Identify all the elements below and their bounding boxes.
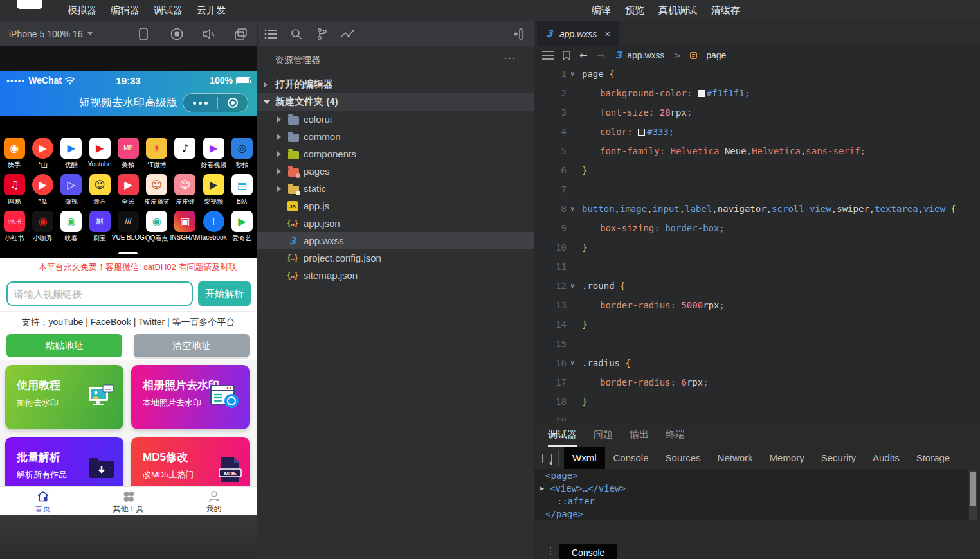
menu-item-清缓存[interactable]: 清缓存 [711, 4, 740, 17]
app-shortcut[interactable]: ▷微视 [57, 174, 86, 205]
fold-chevron-icon[interactable]: ∨ [570, 64, 574, 84]
back-icon[interactable]: ← [579, 49, 588, 61]
parse-button[interactable]: 开始解析 [198, 281, 251, 306]
app-shortcut[interactable]: ▶全民 [114, 174, 142, 205]
drag-handle-icon[interactable]: ⋮ [546, 546, 555, 556]
wxml-tree[interactable]: <page>▶<view>…</view>::after</page> [534, 469, 968, 520]
app-shortcut[interactable]: ///VUE BLOG [114, 211, 142, 242]
menu-item-云开发[interactable]: 云开发 [197, 4, 226, 17]
fold-chevron-icon[interactable]: ∨ [570, 276, 574, 296]
app-shortcut[interactable]: ▶梨视频 [199, 174, 228, 205]
expand-arrow-icon[interactable] [277, 168, 281, 175]
menu-item-预览[interactable]: 预览 [625, 4, 644, 17]
app-shortcut[interactable]: ▶好看视频 [199, 138, 228, 168]
code-line-3[interactable]: 3font-size: 28rpx; [534, 103, 980, 122]
code-line-17[interactable]: 17border-radius: 6rpx; [534, 373, 980, 392]
close-icon[interactable]: × [604, 28, 610, 39]
tree-item-sitemap.json[interactable]: {..}sitemap.json [257, 267, 534, 284]
code-line-9[interactable]: 9box-sizing: border-box; [534, 218, 980, 238]
debugger-tab-输出[interactable]: 输出 [630, 429, 649, 441]
code-line-6[interactable]: 6} [534, 161, 980, 180]
devtools-tab-console[interactable]: Console [605, 447, 657, 469]
app-shortcut[interactable]: ☺皮皮搞笑 [142, 174, 170, 205]
app-shortcut[interactable]: ▶优酷 [57, 138, 86, 168]
app-shortcut[interactable]: ▣INSGRAM [171, 211, 199, 242]
app-shortcut[interactable]: MP美拍 [114, 138, 142, 168]
expand-arrow-icon[interactable]: ▶ [540, 482, 544, 495]
code-line-16[interactable]: 16∨.radius { [534, 353, 980, 373]
tree-item-app.js[interactable]: JSapp.js [257, 197, 534, 215]
wxml-node[interactable]: ▶<view>…</view> [534, 482, 968, 495]
tree-item-components[interactable]: components [257, 145, 534, 163]
record-icon[interactable] [168, 26, 185, 42]
app-shortcut[interactable]: ◎秒拍 [228, 138, 256, 168]
code-line-4[interactable]: 4color: #333; [534, 122, 980, 141]
tree-item-common[interactable]: common [257, 128, 534, 145]
app-shortcut[interactable]: ☀*T微博 [142, 138, 170, 168]
code-line-10[interactable]: 10} [534, 238, 980, 257]
code-line-13[interactable]: 13border-radius: 5000rpx; [534, 296, 980, 315]
feature-card-md5[interactable]: MD5修改改MD5上热门MD5 [131, 437, 250, 486]
wxml-node[interactable]: </page> [534, 508, 968, 520]
devtools-tab-audits[interactable]: Audits [864, 447, 908, 469]
outline-icon[interactable] [542, 51, 554, 60]
multi-window-icon[interactable] [233, 26, 250, 42]
devtools-tab-wxml[interactable]: Wxml [564, 447, 605, 469]
feature-card-batch[interactable]: 批量解析解析所有作品 [5, 437, 123, 486]
code-line-2[interactable]: 2background-color: #f1f1f1; [534, 84, 980, 103]
close-target-icon[interactable] [228, 98, 238, 108]
tab-app-wxss[interactable]: 3 app.wxss × [537, 21, 619, 46]
mute-icon[interactable] [201, 26, 217, 42]
code-line-11[interactable]: 11 [534, 257, 980, 276]
expand-arrow-icon[interactable] [277, 186, 281, 192]
tree-item-pages[interactable]: pages [257, 163, 534, 180]
code-line-19[interactable]: 19 [534, 411, 980, 421]
capsule-menu[interactable] [183, 93, 248, 112]
fold-chevron-icon[interactable]: ∨ [570, 199, 574, 218]
app-shortcut[interactable]: ▶Youtobe [86, 138, 114, 168]
menu-item-模拟器[interactable]: 模拟器 [68, 4, 96, 17]
collapse-panel-icon[interactable] [512, 26, 529, 42]
code-line-15[interactable]: 15 [534, 334, 980, 353]
menu-item-调试器[interactable]: 调试器 [154, 4, 183, 17]
devtools-tab-security[interactable]: Security [813, 447, 864, 469]
expand-arrow-icon[interactable] [264, 82, 268, 88]
tree-item-app.json[interactable]: {..}app.json [257, 215, 534, 232]
menu-item-编辑器[interactable]: 编辑器 [111, 4, 140, 17]
git-branch-icon[interactable] [314, 26, 331, 42]
tree-item-colorui[interactable]: colorui [257, 111, 534, 128]
paste-address-button[interactable]: 粘贴地址 [6, 334, 122, 357]
expand-arrow-icon[interactable] [277, 134, 281, 140]
tree-item-app.wxss[interactable]: 3app.wxss [257, 232, 534, 249]
tree-item-project.config.json[interactable]: {..}project.config.json [257, 249, 534, 267]
debugger-tab-调试器[interactable]: 调试器 [548, 429, 577, 441]
device-selector[interactable]: iPhone 5 100% 16 [9, 21, 93, 46]
code-line-18[interactable]: 18} [534, 392, 980, 411]
app-shortcut[interactable]: ◉QQ看点 [142, 211, 170, 242]
app-shortcut[interactable]: ◉小咖秀 [28, 211, 57, 242]
more-dots-icon[interactable] [193, 102, 208, 105]
menu-item-编译[interactable]: 编译 [592, 4, 611, 17]
tree-item--4-[interactable]: 新建文件夹 (4) [257, 93, 534, 111]
code-area[interactable]: 1∨page {2background-color: #f1f1f1;3font… [534, 64, 980, 421]
code-line-14[interactable]: 14} [534, 315, 980, 334]
code-line-12[interactable]: 12∨.round { [534, 276, 980, 296]
rotate-device-icon[interactable] [135, 26, 152, 42]
expand-arrow-icon[interactable] [264, 100, 270, 104]
clear-address-button[interactable]: 清空地址 [134, 334, 250, 357]
app-shortcut[interactable]: ▶爱奇艺 [228, 211, 256, 242]
wxml-node[interactable]: ::after [534, 495, 968, 508]
debugger-tab-终端[interactable]: 终端 [666, 429, 685, 441]
app-shortcut[interactable]: ☺最右 [86, 174, 114, 205]
search-icon[interactable] [288, 26, 305, 42]
feature-card-album[interactable]: 相册照片去水印本地照片去水印 [131, 365, 250, 429]
app-shortcut[interactable]: ☺皮皮虾 [171, 174, 199, 205]
expand-arrow-icon[interactable] [277, 116, 281, 123]
outline-list-icon[interactable] [262, 26, 279, 42]
code-line-1[interactable]: 1∨page { [534, 64, 980, 84]
tab-other-tools[interactable]: 其他工具 [86, 487, 171, 515]
menu-item-真机调试[interactable]: 真机调试 [658, 4, 697, 17]
devtools-tab-network[interactable]: Network [709, 447, 761, 469]
network-pulse-icon[interactable] [340, 26, 356, 42]
app-shortcut[interactable]: ▶*瓜 [28, 174, 57, 205]
